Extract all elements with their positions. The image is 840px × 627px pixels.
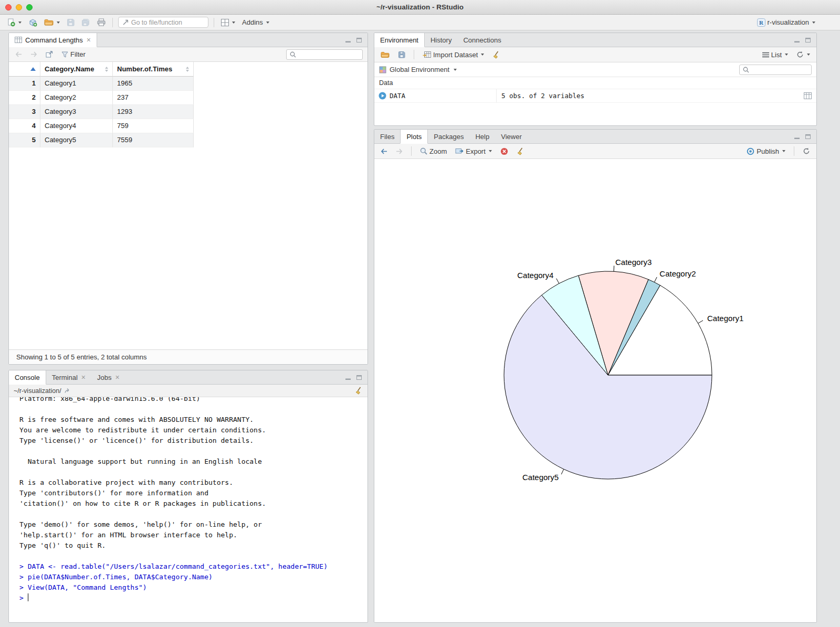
save-button[interactable] (65, 17, 76, 27)
list-icon (762, 52, 769, 58)
console-pane: ConsoleTerminal×Jobs× ~/r-visualization/… (8, 370, 368, 623)
table-cell: 759 (113, 119, 194, 133)
tab-label: Command Lengths (25, 36, 83, 44)
tab-connections[interactable]: Connections (457, 33, 507, 47)
dropdown-caret-icon (18, 22, 22, 24)
tab-viewer[interactable]: Viewer (495, 130, 528, 143)
pane-layout-button[interactable] (219, 18, 237, 27)
remove-plot-button[interactable] (499, 146, 510, 156)
minimize-pane-icon[interactable] (794, 134, 800, 139)
environment-scope-label[interactable]: Global Environment (390, 66, 449, 73)
tab-files[interactable]: Files (374, 130, 400, 143)
tab-terminal[interactable]: Terminal× (46, 370, 91, 384)
environment-section-header: Data (374, 77, 816, 89)
console-line (19, 551, 368, 561)
back-button[interactable] (14, 50, 24, 58)
column-header-category-name[interactable]: Category.Name (40, 62, 113, 77)
dropdown-caret-icon (489, 150, 492, 152)
tab-environment[interactable]: Environment (374, 33, 425, 47)
data-viewer-tabbar: Command Lengths × (9, 33, 368, 47)
tab-packages[interactable]: Packages (428, 130, 469, 143)
minimize-pane-icon[interactable] (345, 375, 351, 380)
table-row[interactable]: 1Category11965 (9, 77, 194, 91)
remove-plot-x-icon (500, 147, 508, 155)
project-selector-button[interactable]: R r-visualization (755, 17, 817, 28)
maximize-pane-icon[interactable] (356, 38, 362, 42)
save-workspace-button[interactable] (396, 50, 407, 59)
table-cell: 1 (9, 77, 40, 91)
zoom-plot-button[interactable]: Zoom (418, 146, 448, 156)
tab-label: Console (15, 374, 40, 381)
maximize-pane-icon[interactable] (356, 375, 362, 380)
console-tabbar: ConsoleTerminal×Jobs× (9, 370, 368, 385)
import-dataset-button[interactable]: Import Dataset (421, 50, 486, 60)
tab-label: Terminal (52, 374, 78, 381)
tab-close-icon[interactable]: × (115, 374, 119, 381)
console-line: Natural language support but running in … (19, 456, 368, 467)
publish-label: Publish (757, 147, 779, 155)
load-workspace-button[interactable] (379, 50, 391, 59)
table-row[interactable]: 3Category31293 (9, 105, 194, 119)
list-mode-label: List (771, 51, 782, 59)
tab-jobs[interactable]: Jobs× (91, 370, 125, 384)
tab-history[interactable]: History (425, 33, 457, 47)
table-footer-status: Showing 1 to 5 of 5 entries, 2 total col… (9, 349, 368, 364)
console-line: Type 'demo()' for some demos, 'help()' f… (19, 519, 368, 530)
save-all-icon (81, 18, 90, 27)
minimize-pane-icon[interactable] (345, 38, 351, 42)
goto-file-input[interactable] (131, 19, 204, 26)
console-line: > View(DATA, "Command Lengths") (19, 582, 368, 593)
fullscreen-window-button[interactable] (26, 4, 33, 10)
row-number-header[interactable] (9, 62, 40, 77)
new-file-button[interactable] (5, 17, 23, 28)
table-row[interactable]: 2Category2237 (9, 91, 194, 105)
console-output[interactable]: Platform: x86_64-apple-darwin15.6.0 (64-… (9, 397, 368, 622)
expand-object-button[interactable] (379, 92, 386, 100)
pie-label: Category5 (522, 473, 559, 482)
tab-command-lengths[interactable]: Command Lengths × (9, 33, 97, 47)
clear-console-broom-icon[interactable] (355, 387, 363, 395)
open-in-new-window-button[interactable] (44, 50, 55, 59)
table-row[interactable]: 5Category57559 (9, 133, 194, 147)
export-plot-button[interactable]: Export (454, 146, 494, 156)
pie-label-tick (614, 265, 614, 271)
popout-icon (46, 51, 53, 58)
popout-icon[interactable] (65, 388, 71, 394)
table-cell: Category4 (40, 119, 113, 133)
data-viewer-search-input[interactable] (298, 51, 359, 58)
save-all-button[interactable] (80, 17, 92, 28)
clear-all-plots-button[interactable] (515, 146, 526, 156)
column-header-number-of-times[interactable]: Number.of.Times (113, 62, 194, 77)
clear-environment-button[interactable] (491, 50, 502, 60)
print-button[interactable] (96, 17, 107, 27)
tab-close-icon[interactable]: × (81, 374, 86, 381)
project-name-label: r-visualization (768, 18, 809, 26)
close-window-button[interactable] (5, 4, 12, 10)
table-cell: 1293 (113, 105, 194, 119)
previous-plot-button[interactable] (379, 147, 389, 155)
import-dataset-icon (423, 51, 431, 58)
environment-search-input[interactable] (751, 66, 808, 73)
new-project-button[interactable] (27, 17, 39, 28)
environment-pane: EnvironmentHistoryConnections (374, 33, 817, 126)
view-table-button[interactable] (804, 92, 812, 99)
open-file-button[interactable] (43, 18, 61, 27)
filter-button[interactable]: Filter (60, 49, 87, 59)
forward-button[interactable] (29, 50, 39, 58)
next-plot-button[interactable] (394, 147, 404, 155)
refresh-environment-button[interactable] (795, 50, 812, 59)
minimize-window-button[interactable] (16, 4, 22, 10)
environment-view-mode-button[interactable]: List (761, 50, 790, 60)
maximize-pane-icon[interactable] (805, 38, 811, 42)
refresh-plot-button[interactable] (801, 146, 812, 156)
environment-object-row[interactable]: DATA5 obs. of 2 variables (374, 89, 816, 103)
tab-console[interactable]: Console (9, 370, 46, 385)
tab-help[interactable]: Help (469, 130, 495, 143)
maximize-pane-icon[interactable] (805, 134, 811, 139)
addins-button[interactable]: Addins (240, 17, 271, 27)
publish-button[interactable]: Publish (745, 146, 787, 156)
table-row[interactable]: 4Category4759 (9, 119, 194, 133)
tab-close-icon[interactable]: × (87, 36, 91, 44)
minimize-pane-icon[interactable] (794, 38, 800, 42)
tab-plots[interactable]: Plots (400, 130, 428, 144)
